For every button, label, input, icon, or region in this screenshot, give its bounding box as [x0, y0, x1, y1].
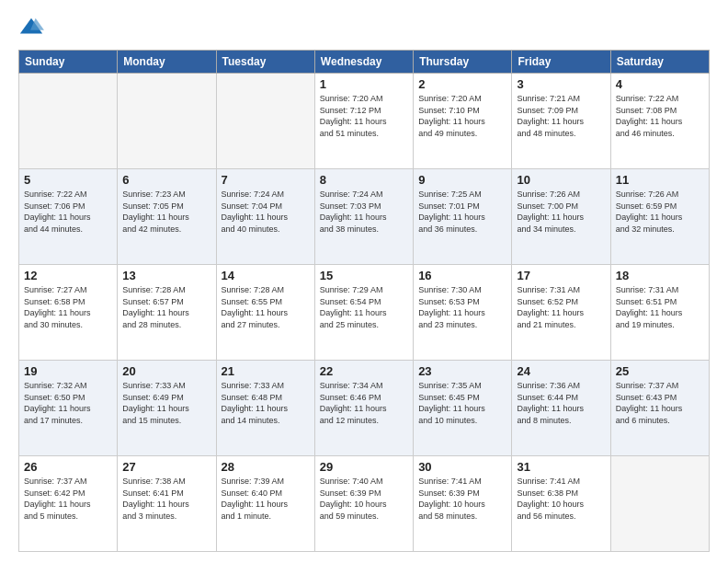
day-number: 24 [517, 364, 605, 378]
day-number: 29 [320, 460, 408, 474]
calendar-cell [216, 74, 314, 169]
day-info: Sunrise: 7:20 AM Sunset: 7:10 PM Dayligh… [418, 93, 506, 139]
calendar-cell: 24Sunrise: 7:36 AM Sunset: 6:44 PM Dayli… [512, 361, 610, 456]
day-info: Sunrise: 7:26 AM Sunset: 7:00 PM Dayligh… [517, 189, 605, 235]
day-number: 25 [616, 364, 704, 378]
calendar-cell [118, 74, 216, 169]
calendar-cell: 8Sunrise: 7:24 AM Sunset: 7:03 PM Daylig… [314, 169, 413, 265]
day-info: Sunrise: 7:31 AM Sunset: 6:51 PM Dayligh… [616, 284, 704, 330]
day-number: 16 [418, 269, 506, 282]
day-info: Sunrise: 7:30 AM Sunset: 6:53 PM Dayligh… [418, 284, 506, 330]
calendar-cell [19, 74, 118, 169]
day-info: Sunrise: 7:41 AM Sunset: 6:38 PM Dayligh… [517, 476, 605, 522]
day-number: 1 [320, 77, 408, 91]
logo [18, 15, 48, 40]
day-info: Sunrise: 7:28 AM Sunset: 6:57 PM Dayligh… [122, 284, 210, 330]
calendar-cell: 7Sunrise: 7:24 AM Sunset: 7:04 PM Daylig… [216, 169, 314, 265]
day-info: Sunrise: 7:39 AM Sunset: 6:40 PM Dayligh… [222, 476, 310, 522]
calendar-cell: 25Sunrise: 7:37 AM Sunset: 6:43 PM Dayli… [610, 361, 709, 456]
calendar-week-row: 12Sunrise: 7:27 AM Sunset: 6:58 PM Dayli… [19, 265, 710, 361]
day-info: Sunrise: 7:37 AM Sunset: 6:42 PM Dayligh… [24, 476, 112, 522]
weekday-header-wednesday: Wednesday [314, 51, 413, 74]
day-number: 21 [222, 364, 310, 378]
day-info: Sunrise: 7:27 AM Sunset: 6:58 PM Dayligh… [24, 284, 112, 330]
day-number: 10 [517, 173, 605, 187]
day-number: 26 [24, 460, 112, 474]
calendar-cell: 10Sunrise: 7:26 AM Sunset: 7:00 PM Dayli… [512, 169, 610, 265]
day-number: 28 [222, 460, 310, 474]
calendar-cell: 31Sunrise: 7:41 AM Sunset: 6:38 PM Dayli… [512, 456, 610, 552]
weekday-header-monday: Monday [118, 51, 216, 74]
day-info: Sunrise: 7:21 AM Sunset: 7:09 PM Dayligh… [517, 93, 605, 139]
day-number: 6 [122, 173, 210, 187]
day-info: Sunrise: 7:40 AM Sunset: 6:39 PM Dayligh… [320, 476, 408, 522]
calendar-cell: 17Sunrise: 7:31 AM Sunset: 6:52 PM Dayli… [512, 265, 610, 361]
day-number: 9 [418, 173, 506, 187]
day-info: Sunrise: 7:24 AM Sunset: 7:04 PM Dayligh… [222, 189, 310, 235]
logo-icon [18, 15, 44, 40]
calendar-week-row: 1Sunrise: 7:20 AM Sunset: 7:12 PM Daylig… [19, 74, 710, 169]
calendar-cell: 22Sunrise: 7:34 AM Sunset: 6:46 PM Dayli… [314, 361, 413, 456]
calendar-cell: 23Sunrise: 7:35 AM Sunset: 6:45 PM Dayli… [414, 361, 512, 456]
weekday-header-friday: Friday [512, 51, 610, 74]
day-number: 20 [122, 364, 210, 378]
day-number: 15 [320, 269, 408, 282]
calendar-cell: 11Sunrise: 7:26 AM Sunset: 6:59 PM Dayli… [610, 169, 709, 265]
day-number: 19 [24, 364, 112, 378]
weekday-header-saturday: Saturday [610, 51, 709, 74]
day-number: 11 [616, 173, 704, 187]
calendar-cell: 4Sunrise: 7:22 AM Sunset: 7:08 PM Daylig… [610, 74, 709, 169]
day-info: Sunrise: 7:22 AM Sunset: 7:08 PM Dayligh… [616, 93, 704, 139]
calendar-cell: 13Sunrise: 7:28 AM Sunset: 6:57 PM Dayli… [118, 265, 216, 361]
weekday-header-row: SundayMondayTuesdayWednesdayThursdayFrid… [19, 51, 710, 74]
calendar-cell: 3Sunrise: 7:21 AM Sunset: 7:09 PM Daylig… [512, 74, 610, 169]
day-info: Sunrise: 7:24 AM Sunset: 7:03 PM Dayligh… [320, 189, 408, 235]
day-info: Sunrise: 7:37 AM Sunset: 6:43 PM Dayligh… [616, 380, 704, 426]
calendar-cell: 1Sunrise: 7:20 AM Sunset: 7:12 PM Daylig… [314, 74, 413, 169]
day-number: 23 [418, 364, 506, 378]
day-number: 18 [616, 269, 704, 282]
day-number: 13 [122, 269, 210, 282]
calendar-cell: 18Sunrise: 7:31 AM Sunset: 6:51 PM Dayli… [610, 265, 709, 361]
calendar-cell: 19Sunrise: 7:32 AM Sunset: 6:50 PM Dayli… [19, 361, 118, 456]
day-info: Sunrise: 7:29 AM Sunset: 6:54 PM Dayligh… [320, 284, 408, 330]
day-number: 17 [517, 269, 605, 282]
calendar-cell: 29Sunrise: 7:40 AM Sunset: 6:39 PM Dayli… [314, 456, 413, 552]
day-info: Sunrise: 7:28 AM Sunset: 6:55 PM Dayligh… [222, 284, 310, 330]
day-info: Sunrise: 7:22 AM Sunset: 7:06 PM Dayligh… [24, 189, 112, 235]
day-info: Sunrise: 7:33 AM Sunset: 6:49 PM Dayligh… [122, 380, 210, 426]
calendar-cell: 20Sunrise: 7:33 AM Sunset: 6:49 PM Dayli… [118, 361, 216, 456]
header [18, 15, 710, 40]
day-info: Sunrise: 7:33 AM Sunset: 6:48 PM Dayligh… [222, 380, 310, 426]
day-number: 12 [24, 269, 112, 282]
calendar-cell: 30Sunrise: 7:41 AM Sunset: 6:39 PM Dayli… [414, 456, 512, 552]
day-info: Sunrise: 7:20 AM Sunset: 7:12 PM Dayligh… [320, 93, 408, 139]
calendar-cell: 6Sunrise: 7:23 AM Sunset: 7:05 PM Daylig… [118, 169, 216, 265]
weekday-header-thursday: Thursday [414, 51, 512, 74]
weekday-header-tuesday: Tuesday [216, 51, 314, 74]
calendar-cell: 27Sunrise: 7:38 AM Sunset: 6:41 PM Dayli… [118, 456, 216, 552]
day-number: 30 [418, 460, 506, 474]
calendar-week-row: 19Sunrise: 7:32 AM Sunset: 6:50 PM Dayli… [19, 361, 710, 456]
calendar-cell: 5Sunrise: 7:22 AM Sunset: 7:06 PM Daylig… [19, 169, 118, 265]
day-info: Sunrise: 7:34 AM Sunset: 6:46 PM Dayligh… [320, 380, 408, 426]
day-number: 22 [320, 364, 408, 378]
day-number: 14 [222, 269, 310, 282]
calendar-cell [610, 456, 709, 552]
calendar-table: SundayMondayTuesdayWednesdayThursdayFrid… [18, 50, 710, 552]
calendar-cell: 28Sunrise: 7:39 AM Sunset: 6:40 PM Dayli… [216, 456, 314, 552]
day-number: 4 [616, 77, 704, 91]
page: SundayMondayTuesdayWednesdayThursdayFrid… [0, 0, 728, 563]
day-number: 3 [517, 77, 605, 91]
calendar-week-row: 26Sunrise: 7:37 AM Sunset: 6:42 PM Dayli… [19, 456, 710, 552]
day-number: 2 [418, 77, 506, 91]
calendar-cell: 16Sunrise: 7:30 AM Sunset: 6:53 PM Dayli… [414, 265, 512, 361]
day-number: 8 [320, 173, 408, 187]
weekday-header-sunday: Sunday [19, 51, 118, 74]
day-info: Sunrise: 7:35 AM Sunset: 6:45 PM Dayligh… [418, 380, 506, 426]
day-info: Sunrise: 7:23 AM Sunset: 7:05 PM Dayligh… [122, 189, 210, 235]
calendar-cell: 9Sunrise: 7:25 AM Sunset: 7:01 PM Daylig… [414, 169, 512, 265]
calendar-week-row: 5Sunrise: 7:22 AM Sunset: 7:06 PM Daylig… [19, 169, 710, 265]
day-info: Sunrise: 7:25 AM Sunset: 7:01 PM Dayligh… [418, 189, 506, 235]
day-number: 27 [122, 460, 210, 474]
